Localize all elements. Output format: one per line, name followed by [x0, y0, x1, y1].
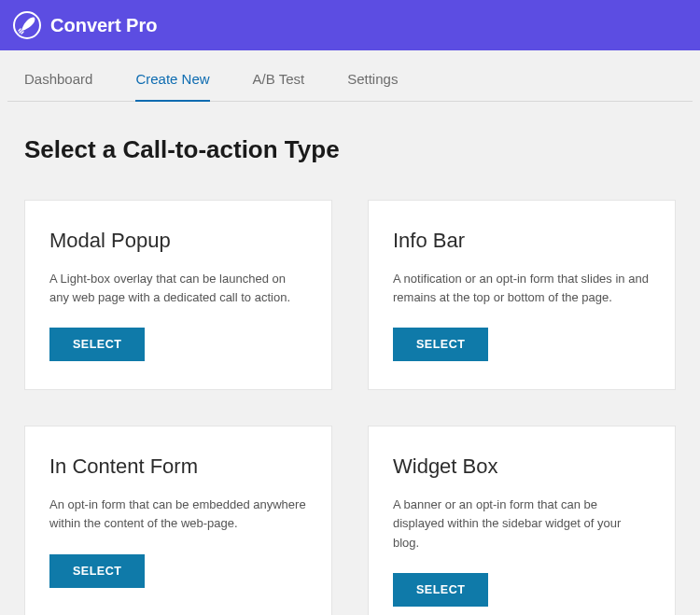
card-title: Info Bar — [393, 229, 651, 253]
top-bar: Convert Pro — [0, 0, 700, 50]
rocket-icon — [13, 11, 41, 39]
card-title: Widget Box — [393, 454, 651, 479]
card-desc: A Light-box overlay that can be launched… — [49, 270, 307, 307]
tab-nav: Dashboard Create New A/B Test Settings — [7, 50, 693, 102]
page-title: Select a Call-to-action Type — [7, 102, 693, 164]
tab-create-new[interactable]: Create New — [135, 71, 209, 102]
select-button[interactable]: SELECT — [393, 328, 488, 361]
card-desc: An opt-in form that can be embedded anyw… — [49, 496, 307, 533]
card-grid: Modal Popup A Light-box overlay that can… — [7, 164, 693, 615]
card-modal-popup: Modal Popup A Light-box overlay that can… — [24, 200, 332, 390]
card-title: In Content Form — [49, 454, 307, 479]
content: Dashboard Create New A/B Test Settings S… — [0, 50, 700, 615]
card-in-content-form: In Content Form An opt-in form that can … — [24, 426, 332, 615]
brand: Convert Pro — [13, 11, 157, 39]
tab-settings[interactable]: Settings — [347, 71, 398, 101]
brand-name: Convert Pro — [50, 15, 157, 36]
card-desc: A notification or an opt-in form that sl… — [393, 270, 651, 307]
card-desc: A banner or an opt-in form that can be d… — [393, 496, 651, 552]
tab-dashboard[interactable]: Dashboard — [24, 71, 92, 101]
card-info-bar: Info Bar A notification or an opt-in for… — [368, 200, 676, 390]
tab-ab-test[interactable]: A/B Test — [253, 71, 305, 101]
select-button[interactable]: SELECT — [49, 328, 145, 361]
select-button[interactable]: SELECT — [393, 573, 488, 607]
card-widget-box: Widget Box A banner or an opt-in form th… — [368, 426, 676, 615]
card-title: Modal Popup — [49, 229, 307, 253]
select-button[interactable]: SELECT — [49, 554, 145, 588]
